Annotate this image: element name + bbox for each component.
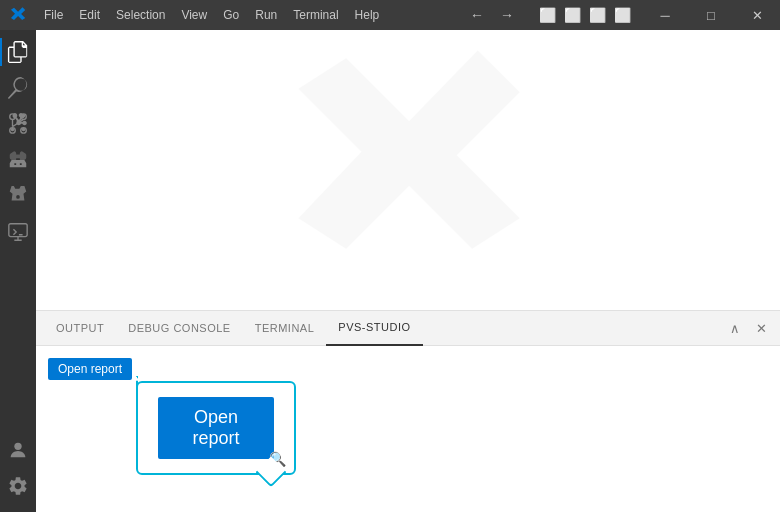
sidebar-item-source-control[interactable] — [0, 106, 36, 142]
svg-point-4 — [14, 443, 21, 450]
sidebar-item-explorer[interactable] — [0, 34, 36, 70]
open-report-large-button[interactable]: Open report — [158, 397, 274, 459]
panel-tabs: OUTPUT DEBUG CONSOLE TERMINAL PVS-STUDIO… — [36, 311, 780, 346]
callout-container: Open report 🔍 — [136, 381, 296, 475]
sidebar-item-run-debug[interactable] — [0, 142, 36, 178]
svg-rect-3 — [9, 224, 27, 237]
sidebar-item-search[interactable] — [0, 70, 36, 106]
maximize-button[interactable]: □ — [688, 0, 734, 30]
menu-run[interactable]: Run — [247, 0, 285, 30]
tab-debug-console[interactable]: DEBUG CONSOLE — [116, 311, 242, 346]
sidebar-item-remote[interactable] — [0, 214, 36, 250]
menu-terminal[interactable]: Terminal — [285, 0, 346, 30]
activity-bar — [0, 30, 36, 512]
panel-controls: ∧ ✕ — [724, 317, 772, 339]
layout-icon-4[interactable]: ⬜ — [611, 5, 634, 25]
vscode-logo-watermark — [268, 30, 548, 310]
layout-icon-2[interactable]: ⬜ — [561, 5, 584, 25]
layout-icons: ⬜ ⬜ ⬜ ⬜ — [528, 5, 642, 25]
close-button[interactable]: ✕ — [734, 0, 780, 30]
main-layout: OUTPUT DEBUG CONSOLE TERMINAL PVS-STUDIO… — [0, 30, 780, 512]
tab-terminal[interactable]: TERMINAL — [243, 311, 327, 346]
nav-back[interactable]: ← — [464, 6, 490, 24]
menu-help[interactable]: Help — [347, 0, 388, 30]
menu-view[interactable]: View — [173, 0, 215, 30]
editor-area — [36, 30, 780, 310]
nav-buttons: ← → — [456, 6, 528, 24]
menu-bar: File Edit Selection View Go Run Terminal… — [36, 0, 387, 30]
sidebar-item-extensions[interactable] — [0, 178, 36, 214]
layout-icon-1[interactable]: ⬜ — [536, 5, 559, 25]
menu-file[interactable]: File — [36, 0, 71, 30]
content-area: OUTPUT DEBUG CONSOLE TERMINAL PVS-STUDIO… — [36, 30, 780, 512]
tab-output[interactable]: OUTPUT — [44, 311, 116, 346]
minimize-button[interactable]: ─ — [642, 0, 688, 30]
layout-icon-3[interactable]: ⬜ — [586, 5, 609, 25]
tab-pvs-studio[interactable]: PVS-STUDIO — [326, 311, 422, 346]
panel-content: Open report Open report 🔍 — [36, 346, 780, 512]
nav-forward[interactable]: → — [494, 6, 520, 24]
panel-close-button[interactable]: ✕ — [750, 317, 772, 339]
titlebar: File Edit Selection View Go Run Terminal… — [0, 0, 780, 30]
sidebar-item-accounts[interactable] — [0, 432, 36, 468]
callout-box: Open report 🔍 — [136, 381, 296, 475]
sidebar-item-settings[interactable] — [0, 468, 36, 504]
app-icon — [0, 0, 36, 30]
open-report-small-button[interactable]: Open report — [48, 358, 132, 380]
search-icon: 🔍 — [269, 451, 286, 467]
window-controls: ─ □ ✕ — [642, 0, 780, 30]
menu-go[interactable]: Go — [215, 0, 247, 30]
menu-selection[interactable]: Selection — [108, 0, 173, 30]
panel-maximize-button[interactable]: ∧ — [724, 317, 746, 339]
panel-area: OUTPUT DEBUG CONSOLE TERMINAL PVS-STUDIO… — [36, 310, 780, 512]
menu-edit[interactable]: Edit — [71, 0, 108, 30]
